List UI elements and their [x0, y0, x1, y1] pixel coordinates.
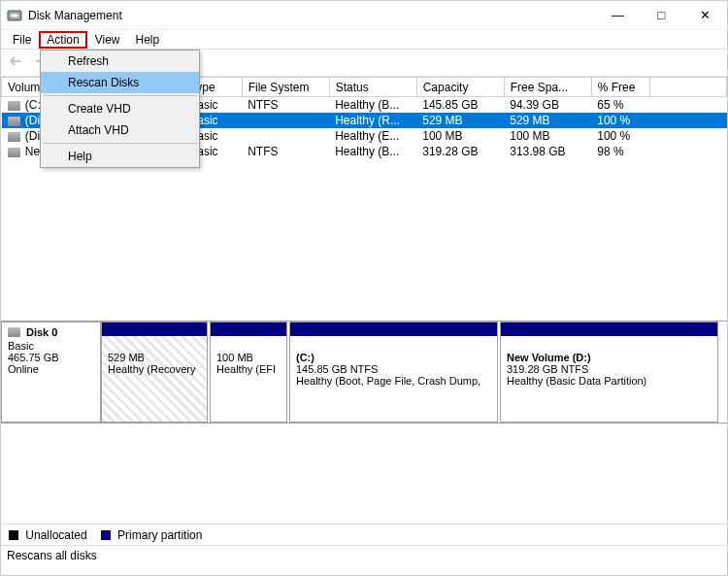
partition-status: Healthy (Recovery	[108, 363, 201, 375]
menu-view[interactable]: View	[87, 31, 128, 49]
menu-separator	[43, 95, 197, 96]
menu-rescan-disks[interactable]: Rescan Disks	[41, 72, 199, 93]
partition-map: 529 MBHealthy (Recovery100 MBHealthy (EF…	[101, 322, 727, 423]
cell: 100 MB	[504, 128, 591, 144]
menu-create-vhd[interactable]: Create VHD	[41, 98, 199, 119]
disk-type: Basic	[8, 340, 94, 352]
partition-block[interactable]: 100 MBHealthy (EFI	[210, 322, 287, 423]
cell: 319.28 GB	[416, 144, 504, 159]
empty-space	[1, 424, 727, 525]
partition-size: 100 MB	[216, 352, 281, 363]
legend-unallocated: Unallocated	[9, 528, 87, 542]
partition-body: (C:)145.85 GB NTFSHealthy (Boot, Page Fi…	[290, 336, 497, 422]
disk-graphical-pane: Disk 0 Basic 465.75 GB Online 529 MBHeal…	[1, 322, 727, 424]
close-button[interactable]: ✕	[683, 1, 727, 29]
partition-size: 145.85 GB NTFS	[296, 363, 491, 375]
disk-size: 465.75 GB	[8, 352, 94, 363]
partition-body: 100 MBHealthy (EFI	[211, 336, 286, 422]
cell: 313.98 GB	[504, 144, 591, 159]
volume-icon	[8, 117, 20, 126]
col-capacity[interactable]: Capacity	[416, 78, 504, 97]
cell	[649, 144, 726, 159]
cell: 94.39 GB	[504, 97, 591, 114]
partition-stripe	[102, 322, 207, 336]
partition-body: 529 MBHealthy (Recovery	[102, 336, 207, 422]
cell: Healthy (R...	[329, 113, 416, 128]
volume-icon	[8, 132, 20, 142]
swatch-unallocated	[9, 530, 18, 540]
menu-file[interactable]: File	[5, 31, 39, 49]
svg-point-1	[10, 13, 19, 17]
statusbar: Rescans all disks	[1, 546, 727, 565]
action-menu-dropdown: Refresh Rescan Disks Create VHD Attach V…	[40, 50, 200, 168]
menu-separator	[43, 143, 197, 144]
cell: 98 %	[591, 144, 649, 159]
menu-help[interactable]: Help	[128, 31, 168, 49]
cell: NTFS	[242, 97, 329, 114]
disk-info[interactable]: Disk 0 Basic 465.75 GB Online	[1, 322, 101, 423]
cell	[649, 128, 726, 144]
partition-stripe	[211, 322, 286, 336]
cell	[242, 128, 329, 144]
cell: 529 MB	[416, 113, 504, 128]
window-controls: — □ ✕	[596, 1, 727, 29]
partition-status: Healthy (EFI	[216, 363, 281, 375]
cell: Healthy (B...	[329, 97, 416, 114]
cell	[242, 113, 329, 128]
legend-primary: Primary partition	[101, 528, 203, 542]
partition-body: New Volume (D:)319.28 GB NTFSHealthy (Ba…	[501, 336, 717, 422]
partition-status: Healthy (Basic Data Partition)	[507, 375, 711, 387]
menubar: File Action View Help	[1, 30, 727, 50]
partition-size: 529 MB	[108, 352, 201, 363]
volume-icon	[8, 101, 20, 111]
legend: Unallocated Primary partition	[1, 525, 727, 546]
partition-title: (C:)	[296, 352, 491, 363]
menu-action[interactable]: Action	[39, 31, 86, 49]
cell: 529 MB	[504, 113, 591, 128]
col-pctfree[interactable]: % Free	[591, 78, 649, 97]
titlebar: Disk Management — □ ✕	[1, 1, 727, 30]
volume-icon	[8, 148, 20, 157]
partition-stripe	[501, 322, 717, 336]
back-icon[interactable]	[7, 54, 26, 71]
cell: 65 %	[591, 97, 649, 114]
menu-help[interactable]: Help	[41, 146, 199, 167]
partition-block[interactable]: 529 MBHealthy (Recovery	[101, 322, 208, 423]
partition-block[interactable]: (C:)145.85 GB NTFSHealthy (Boot, Page Fi…	[289, 322, 498, 423]
cell: NTFS	[242, 144, 329, 159]
col-free[interactable]: Free Spa...	[504, 78, 591, 97]
col-filesystem[interactable]: File System	[242, 78, 329, 97]
menu-attach-vhd[interactable]: Attach VHD	[41, 119, 199, 141]
cell	[649, 113, 726, 128]
swatch-primary	[101, 530, 111, 540]
disk-icon	[8, 327, 20, 337]
disk-status: Online	[8, 363, 94, 375]
cell: 100 %	[591, 128, 649, 144]
partition-title: New Volume (D:)	[507, 352, 711, 363]
col-spacer	[649, 78, 726, 97]
cell: Healthy (E...	[329, 128, 416, 144]
partition-status: Healthy (Boot, Page File, Crash Dump,	[296, 375, 491, 387]
window-title: Disk Management	[28, 9, 596, 22]
partition-stripe	[290, 322, 497, 336]
partition-block[interactable]: New Volume (D:)319.28 GB NTFSHealthy (Ba…	[500, 322, 718, 423]
cell: 100 %	[591, 113, 649, 128]
maximize-button[interactable]: □	[640, 1, 683, 29]
cell: Healthy (B...	[329, 144, 416, 159]
app-icon	[7, 8, 22, 23]
cell: 100 MB	[416, 128, 504, 144]
minimize-button[interactable]: —	[596, 1, 640, 29]
col-status[interactable]: Status	[329, 78, 416, 97]
cell	[649, 97, 726, 114]
menu-refresh[interactable]: Refresh	[41, 51, 199, 72]
partition-size: 319.28 GB NTFS	[507, 363, 711, 375]
cell: 145.85 GB	[416, 97, 504, 114]
disk-name: Disk 0	[26, 326, 57, 338]
